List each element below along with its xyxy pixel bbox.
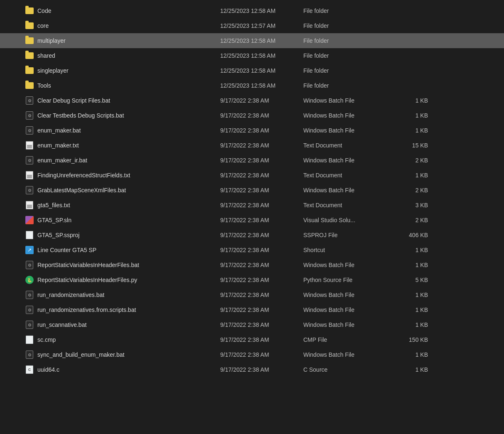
file-date: 12/25/2023 12:58 AM: [220, 7, 303, 14]
file-name: Tools: [37, 82, 220, 89]
table-row[interactable]: gta5_files.txt9/17/2022 2:38 AMText Docu…: [0, 198, 504, 213]
file-type: File folder: [303, 7, 395, 14]
file-name: run_scannative.bat: [37, 321, 220, 328]
file-name: multiplayer: [37, 37, 220, 44]
file-date: 9/17/2022 2:38 AM: [220, 172, 303, 179]
file-name: Clear Debug Script Files.bat: [37, 97, 220, 104]
py-icon: [25, 275, 34, 284]
file-type: Windows Batch File: [303, 97, 395, 104]
file-name: GTA5_SP.sln: [37, 217, 220, 223]
table-row[interactable]: uuid64.c9/17/2022 2:38 AMC Source1 KB: [0, 362, 504, 377]
table-row[interactable]: enum_maker.txt9/17/2022 2:38 AMText Docu…: [0, 138, 504, 153]
table-row[interactable]: ReportStaticVariablesInHeaderFiles.py9/1…: [0, 272, 504, 287]
file-name: run_randomizenatives.from.scripts.bat: [37, 306, 220, 313]
txt-icon: [25, 141, 34, 150]
table-row[interactable]: Tools12/25/2023 12:58 AMFile folder: [0, 78, 504, 93]
file-type: Windows Batch File: [303, 112, 395, 119]
bat-icon: [25, 96, 34, 105]
table-row[interactable]: sc.cmp9/17/2022 2:38 AMCMP File150 KB: [0, 332, 504, 347]
file-date: 9/17/2022 2:38 AM: [220, 97, 303, 104]
file-size: 15 KB: [395, 142, 428, 149]
file-date: 9/17/2022 2:38 AM: [220, 127, 303, 134]
table-row[interactable]: run_randomizenatives.from.scripts.bat9/1…: [0, 302, 504, 317]
file-size: 150 KB: [395, 336, 428, 343]
file-type: Visual Studio Solu...: [303, 217, 395, 223]
file-size: 2 KB: [395, 217, 428, 223]
file-name: enum_maker.txt: [37, 142, 220, 149]
file-date: 9/17/2022 2:38 AM: [220, 142, 303, 149]
file-name: sync_and_build_enum_maker.bat: [37, 351, 220, 358]
bat-icon: [25, 305, 34, 314]
table-row[interactable]: enum_maker_ir.bat9/17/2022 2:38 AMWindow…: [0, 153, 504, 168]
bat-icon: [25, 350, 34, 359]
file-name: enum_maker_ir.bat: [37, 157, 220, 164]
file-size: 5 KB: [395, 277, 428, 283]
file-type: SSPROJ File: [303, 232, 395, 238]
file-size: 1 KB: [395, 292, 428, 298]
table-row[interactable]: FindingUnreferencedStructFields.txt9/17/…: [0, 168, 504, 183]
file-date: 9/17/2022 2:38 AM: [220, 157, 303, 164]
table-row[interactable]: multiplayer12/25/2023 12:58 AMFile folde…: [0, 33, 504, 48]
txt-icon: [25, 171, 34, 180]
file-size: 406 KB: [395, 232, 428, 238]
file-date: 9/17/2022 2:38 AM: [220, 292, 303, 298]
c-icon: [25, 365, 34, 374]
file-list: Code12/25/2023 12:58 AMFile foldercore12…: [0, 0, 504, 380]
file-date: 9/17/2022 2:38 AM: [220, 321, 303, 328]
file-type: Shortcut: [303, 247, 395, 253]
file-type: File folder: [303, 37, 395, 44]
table-row[interactable]: core12/25/2023 12:57 AMFile folder: [0, 18, 504, 33]
table-row[interactable]: run_scannative.bat9/17/2022 2:38 AMWindo…: [0, 317, 504, 332]
table-row[interactable]: shared12/25/2023 12:58 AMFile folder: [0, 48, 504, 63]
file-name: run_randomizenatives.bat: [37, 292, 220, 298]
file-size: 1 KB: [395, 127, 428, 134]
file-size: 1 KB: [395, 366, 428, 373]
file-date: 9/17/2022 2:38 AM: [220, 187, 303, 194]
file-name: GrabLatestMapSceneXmlFiles.bat: [37, 187, 220, 194]
file-name: singleplayer: [37, 67, 220, 74]
file-date: 12/25/2023 12:58 AM: [220, 37, 303, 44]
file-date: 12/25/2023 12:58 AM: [220, 82, 303, 89]
file-type: Text Document: [303, 142, 395, 149]
file-size: 2 KB: [395, 157, 428, 164]
table-row[interactable]: Code12/25/2023 12:58 AMFile folder: [0, 3, 504, 18]
table-row[interactable]: Line Counter GTA5 SP9/17/2022 2:38 AMSho…: [0, 243, 504, 257]
file-type: File folder: [303, 82, 395, 89]
table-row[interactable]: GTA5_SP.sln9/17/2022 2:38 AMVisual Studi…: [0, 213, 504, 228]
sln-icon: [25, 216, 34, 225]
file-date: 12/25/2023 12:58 AM: [220, 52, 303, 59]
file-type: Text Document: [303, 172, 395, 179]
table-row[interactable]: Clear Testbeds Debug Scripts.bat9/17/202…: [0, 108, 504, 123]
folder-icon: [25, 21, 34, 30]
file-name: core: [37, 22, 220, 29]
table-row[interactable]: singleplayer12/25/2023 12:58 AMFile fold…: [0, 63, 504, 78]
file-type: Windows Batch File: [303, 292, 395, 298]
file-name: gta5_files.txt: [37, 202, 220, 208]
shortcut-icon: [25, 245, 34, 255]
bat-icon: [25, 126, 34, 135]
file-date: 9/17/2022 2:38 AM: [220, 247, 303, 253]
table-row[interactable]: ReportStaticVariablesInHeaderFiles.bat9/…: [0, 257, 504, 272]
file-type: Windows Batch File: [303, 351, 395, 358]
file-size: 1 KB: [395, 172, 428, 179]
table-row[interactable]: Clear Debug Script Files.bat9/17/2022 2:…: [0, 93, 504, 108]
file-name: ReportStaticVariablesInHeaderFiles.py: [37, 277, 220, 283]
table-row[interactable]: GTA5_SP.ssproj9/17/2022 2:38 AMSSPROJ Fi…: [0, 228, 504, 243]
table-row[interactable]: run_randomizenatives.bat9/17/2022 2:38 A…: [0, 287, 504, 302]
table-row[interactable]: sync_and_build_enum_maker.bat9/17/2022 2…: [0, 347, 504, 362]
table-row[interactable]: GrabLatestMapSceneXmlFiles.bat9/17/2022 …: [0, 183, 504, 198]
file-size: 1 KB: [395, 247, 428, 253]
file-size: 2 KB: [395, 187, 428, 194]
file-type: Windows Batch File: [303, 321, 395, 328]
file-date: 9/17/2022 2:38 AM: [220, 217, 303, 223]
table-row[interactable]: enum_maker.bat9/17/2022 2:38 AMWindows B…: [0, 123, 504, 138]
file-date: 9/17/2022 2:38 AM: [220, 336, 303, 343]
folder-icon: [25, 51, 34, 60]
file-date: 9/17/2022 2:38 AM: [220, 202, 303, 208]
file-name: Line Counter GTA5 SP: [37, 247, 220, 253]
file-type: Windows Batch File: [303, 306, 395, 313]
folder-icon: [25, 81, 34, 90]
file-date: 9/17/2022 2:38 AM: [220, 232, 303, 238]
file-date: 9/17/2022 2:38 AM: [220, 262, 303, 268]
file-type: Windows Batch File: [303, 157, 395, 164]
